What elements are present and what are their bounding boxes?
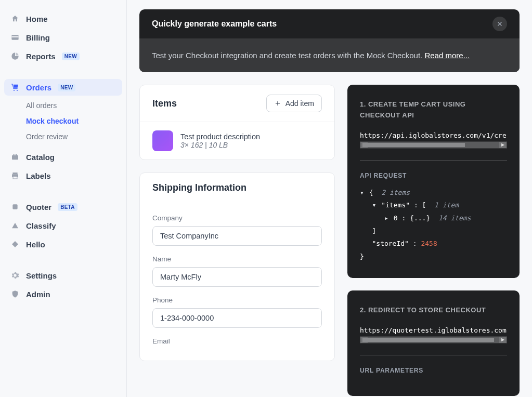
name-label: Name: [152, 255, 322, 263]
item-row[interactable]: Test product description 3× 162 | 10 LB: [140, 122, 334, 160]
new-badge: NEW: [58, 84, 75, 91]
cart-icon: [10, 83, 20, 92]
code-panel-2: 2. REDIRECT TO STORE CHECKOUT https://qu…: [347, 290, 520, 396]
nav-item-catalog[interactable]: Catalog: [4, 149, 122, 165]
new-badge: NEW: [62, 52, 80, 60]
triangle-icon: [10, 221, 20, 230]
nav-item-quoter[interactable]: Quoter BETA: [4, 198, 122, 215]
nav-label: Quoter: [26, 203, 51, 211]
nav-label: Classify: [26, 221, 56, 230]
shipping-title: Shipping Information: [152, 182, 246, 193]
scroll-right-icon: ▶: [499, 337, 507, 343]
gear-icon: [10, 271, 20, 280]
nav-item-orders[interactable]: Orders NEW: [4, 79, 122, 96]
svg-rect-8: [13, 176, 17, 179]
company-label: Company: [152, 214, 322, 222]
home-icon: [10, 14, 20, 23]
nav-item-labels[interactable]: Labels: [4, 167, 122, 184]
code-url-1: https://api.iglobalstores.com/v1/cre: [360, 131, 507, 139]
briefcase-icon: [10, 152, 20, 162]
code-url-2: https://quotertest.iglobalstores.com: [360, 326, 507, 334]
nav-label: Billing: [26, 33, 50, 42]
sidebar: Home Billing Reports NEW Orders NEW All …: [0, 0, 127, 397]
close-icon: [496, 20, 503, 28]
nav-label: Hello: [26, 240, 45, 249]
horizontal-scrollbar[interactable]: ◀ ▶: [360, 336, 507, 343]
scroll-right-icon: ▶: [499, 142, 507, 148]
banner-text: Test your Checkout integration and creat…: [152, 51, 424, 60]
add-item-button[interactable]: Add item: [266, 95, 322, 112]
info-banner: Quickly generate example carts Test your…: [139, 9, 520, 72]
company-input[interactable]: [152, 226, 322, 246]
diamond-icon: [10, 240, 20, 249]
horizontal-scrollbar[interactable]: ◀ ▶: [360, 141, 507, 149]
phone-input[interactable]: [152, 308, 322, 328]
name-input[interactable]: [152, 267, 322, 287]
nav-item-hello[interactable]: Hello: [4, 236, 122, 253]
nav-item-admin[interactable]: Admin: [4, 286, 122, 302]
json-tree[interactable]: ▾ { 2 items ▾ "items" : [ 1 item ▸ 0 : {…: [360, 187, 507, 263]
beta-badge: BETA: [58, 203, 77, 211]
shipping-card: Shipping Information Company Name Phone: [139, 173, 335, 361]
square-icon: [10, 202, 20, 211]
nav-item-home[interactable]: Home: [4, 10, 122, 27]
printer-icon: [10, 171, 20, 180]
product-meta: 3× 162 | 10 LB: [180, 141, 260, 149]
subnav-order-review[interactable]: Order review: [20, 129, 122, 144]
main-content: Quickly generate example carts Test your…: [127, 0, 532, 397]
nav-label: Reports: [26, 52, 56, 61]
nav-label: Catalog: [26, 153, 55, 162]
nav-item-settings[interactable]: Settings: [4, 267, 122, 284]
scrollbar-thumb[interactable]: [362, 338, 494, 342]
nav-label: Settings: [26, 271, 57, 280]
nav-item-classify[interactable]: Classify: [4, 217, 122, 234]
nav-label: Home: [26, 15, 48, 23]
banner-title: Quickly generate example carts: [152, 19, 277, 29]
nav-label: Orders: [26, 83, 51, 92]
card-icon: [10, 33, 20, 42]
code-title-1: 1. CREATE TEMP CART USING CHECKOUT API: [360, 99, 507, 121]
svg-rect-1: [11, 36, 18, 37]
product-description: Test product description: [180, 133, 260, 141]
product-thumbnail: [152, 130, 173, 151]
svg-rect-6: [12, 173, 17, 174]
shield-icon: [10, 289, 20, 299]
read-more-link[interactable]: Read more...: [424, 51, 470, 60]
code-title-2: 2. REDIRECT TO STORE CHECKOUT: [360, 305, 507, 316]
email-label: Email: [152, 337, 322, 345]
subnav-mock-checkout[interactable]: Mock checkout: [20, 113, 122, 129]
svg-rect-5: [14, 154, 16, 156]
phone-label: Phone: [152, 296, 322, 304]
code-panel-1: 1. CREATE TEMP CART USING CHECKOUT API h…: [347, 85, 520, 278]
items-title: Items: [152, 98, 177, 109]
scrollbar-thumb[interactable]: [362, 143, 465, 147]
orders-subnav: All orders Mock checkout Order review: [4, 98, 122, 144]
svg-point-2: [14, 90, 15, 91]
svg-point-3: [17, 90, 18, 91]
subnav-all-orders[interactable]: All orders: [20, 98, 122, 113]
pie-icon: [10, 51, 20, 61]
items-card: Items Add item Test product description …: [139, 85, 335, 160]
close-banner-button[interactable]: [492, 17, 507, 31]
nav-item-reports[interactable]: Reports NEW: [4, 48, 122, 64]
nav-item-billing[interactable]: Billing: [4, 29, 122, 46]
svg-rect-9: [12, 204, 17, 209]
add-item-label: Add item: [286, 99, 314, 108]
plus-icon: [274, 100, 281, 107]
url-parameters-label: URL PARAMETERS: [360, 367, 507, 374]
nav-label: Admin: [26, 290, 50, 299]
nav-label: Labels: [26, 171, 51, 180]
api-request-label: API REQUEST: [360, 172, 507, 179]
